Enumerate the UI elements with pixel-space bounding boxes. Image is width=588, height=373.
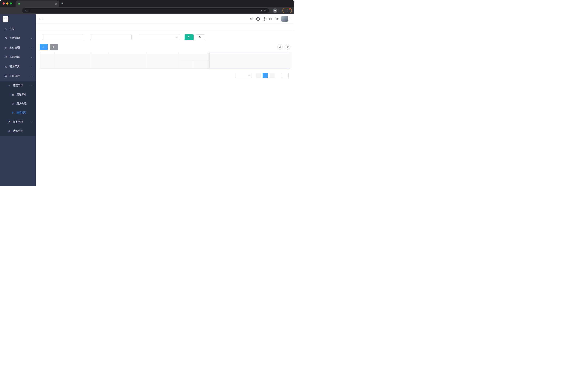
avatar-caret-icon [290,18,291,19]
col-header-active [193,61,208,69]
help-icon[interactable]: ? [263,18,266,20]
sidebar-item-label: 支付管理 [10,46,20,49]
sidebar-item-label: 流程表单 [16,93,27,96]
sidebar-item-label: 任务管理 [13,120,23,123]
page-1-button[interactable] [263,73,268,78]
create-process-button[interactable]: + [40,44,48,50]
field-process-category [136,34,180,40]
bookmark-star-icon[interactable]: ☆ [264,9,266,12]
back-button[interactable] [2,8,8,13]
forward-button[interactable] [8,8,14,13]
avatar[interactable] [281,16,288,22]
col-header-id [40,53,54,69]
sidebar-item-label: 流程模型 [16,111,27,114]
flag-icon: ⚑ [8,120,11,123]
reset-button[interactable]: ↻ [196,34,205,40]
minimize-window-button[interactable] [6,2,8,5]
sidebar-item-workflow[interactable]: ▤工作流程 [0,71,36,81]
incognito-badge [271,8,280,13]
col-header-name [54,53,91,69]
sidebar-item-devtools[interactable]: ⚒研发工具 [0,62,36,71]
category-select[interactable] [139,34,180,40]
refresh-table-icon[interactable]: ↻ [285,44,290,50]
goto-page-input[interactable] [282,73,289,78]
upload-icon: ↥ [52,46,54,48]
sidebar-item-label: 基础设施 [10,56,20,59]
process-key-input[interactable] [42,34,83,40]
address-bar[interactable]: ⚠ ☆ [22,8,269,13]
process-name-input[interactable] [91,34,132,40]
rabbit-logo-icon [2,16,8,22]
sidebar-item-task-mgmt[interactable]: ⚑任务管理 [0,117,36,126]
table-toolbar: + ↥ ↻ [40,44,290,50]
sidebar-menu: ⌂首页⚙系统管理¥支付管理⊞基础设施⚒研发工具▤工作流程≡流程管理▦流程表单☺用… [0,24,36,135]
process-table [40,53,290,69]
sidebar-item-label: 请假查询 [13,129,23,133]
incognito-icon [273,8,277,13]
chevron-down-icon [31,37,32,39]
close-window-button[interactable] [2,2,5,5]
app-logo[interactable] [0,14,36,24]
chevron-up-icon [31,85,32,87]
window-controls [2,2,12,5]
url-divider [30,9,30,12]
import-process-button[interactable]: ↥ [50,44,58,50]
sidebar-item-label: 流程管理 [13,84,23,87]
browser-menu-icon[interactable]: ⋮ [286,9,290,12]
hamburger-icon[interactable] [39,17,43,21]
gear-icon: ⚙ [4,37,8,40]
field-process-name [88,34,132,40]
user-icon: ☺ [8,130,11,133]
col-header-version [178,61,193,69]
refresh-icon: ↻ [199,36,201,39]
tab-close-icon[interactable]: × [55,2,57,5]
chevron-down-icon [176,36,178,38]
page-content: ↻ + ↥ ↻ [36,30,294,186]
font-size-icon[interactable]: TT [275,17,278,20]
sidebar-item-home[interactable]: ⌂首页 [0,24,36,33]
sidebar-item-process-model[interactable]: ✈流程模型 [0,108,36,117]
app-frame: ⌂首页⚙系统管理¥支付管理⊞基础设施⚒研发工具▤工作流程≡流程管理▦流程表单☺用… [0,14,294,186]
tags-bar [36,24,294,30]
sidebar-item-process-form[interactable]: ▦流程表单 [0,90,36,99]
sidebar-item-payment[interactable]: ¥支付管理 [0,43,36,52]
prev-page-button[interactable] [256,73,261,78]
chevron-down-icon [31,65,32,67]
browser-update-chip[interactable]: ⋮ [282,8,292,13]
col-header-form [109,53,146,69]
tab-favicon [18,2,21,5]
actions-fixed-column [210,53,290,69]
browser-tabstrip: × + [0,0,294,7]
screenshot-root: { "browser": { "tab": { "title": "芋道管理系统… [0,0,294,186]
search-button[interactable] [185,34,194,40]
table-tools: ↻ [277,44,290,50]
sidebar-item-system[interactable]: ⚙系统管理 [0,33,36,43]
sidebar-item-user-group[interactable]: ☺用户分组 [0,99,36,108]
next-page-button[interactable] [270,73,275,78]
sidebar-item-label: 工作流程 [10,74,20,78]
sidebar-item-process-mgmt[interactable]: ≡流程管理 [0,81,36,90]
document-icon: ▦ [11,93,14,96]
sidebar-item-infrastructure[interactable]: ⊞基础设施 [0,52,36,62]
infrastructure-icon: ⊞ [4,56,8,59]
chevron-down-icon [31,56,32,58]
main-area: ? TT [36,14,294,186]
app-navbar: ? TT [36,14,294,24]
reload-button[interactable] [15,8,20,13]
pagination [40,73,290,78]
browser-tab[interactable]: × [16,1,59,7]
toggle-search-icon[interactable] [277,44,283,50]
list-icon: ≡ [8,84,11,87]
key-icon[interactable] [260,9,263,12]
sidebar-item-leave-query[interactable]: ☺请假查询 [0,126,36,135]
fullscreen-icon[interactable] [269,18,272,20]
page-size-select[interactable] [236,73,251,78]
col-header-actions [210,53,290,69]
sidebar-item-label: 首页 [10,27,15,30]
zoom-window-button[interactable] [10,2,12,5]
github-icon[interactable] [256,17,260,21]
search-icon[interactable] [250,17,253,20]
chevron-up-icon [31,76,32,77]
sidebar-item-label: 系统管理 [10,37,20,40]
new-tab-button[interactable]: + [61,1,63,6]
